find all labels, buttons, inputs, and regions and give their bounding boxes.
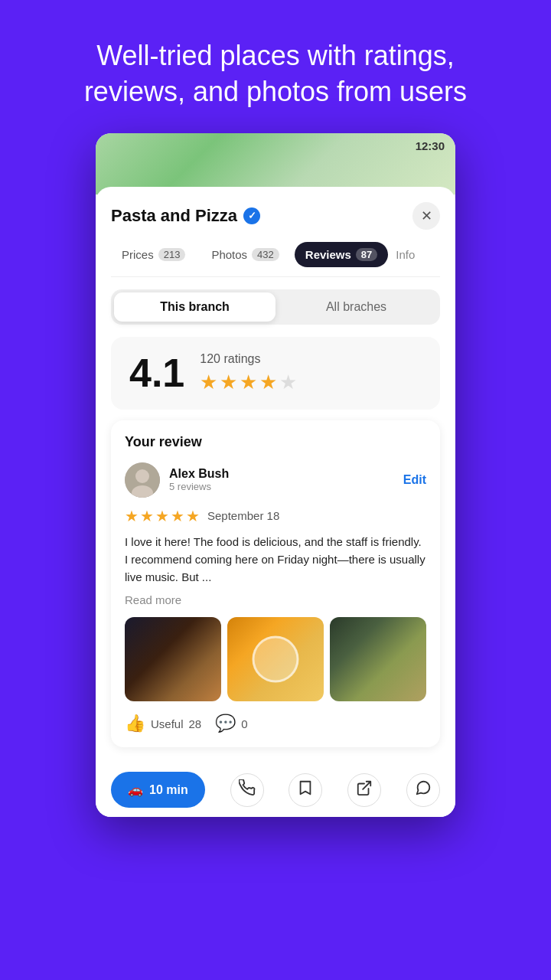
review-photo-1[interactable] (125, 617, 221, 701)
rating-count: 120 ratings (200, 352, 297, 366)
phone-shell: 12:30 Pasta and Pizza ✓ ✕ Prices 213 Pho… (96, 133, 455, 818)
avatar (125, 462, 160, 498)
review-star-5: ★ (186, 507, 200, 525)
verified-badge: ✓ (243, 207, 260, 224)
star-4: ★ (259, 371, 277, 394)
comments-button[interactable]: 💬 0 (215, 714, 247, 733)
review-stars-date: ★ ★ ★ ★ ★ September 18 (125, 507, 426, 525)
phone-icon (239, 779, 256, 800)
read-more-button[interactable]: Read more (125, 593, 426, 606)
star-5: ★ (279, 371, 297, 394)
svg-point-1 (135, 469, 149, 483)
review-photo-2[interactable] (227, 617, 324, 701)
whatsapp-button[interactable] (406, 773, 440, 807)
all-branches-button[interactable]: All braches (276, 292, 437, 322)
bookmark-icon (298, 779, 313, 800)
reviewer-name: Alex Bush (169, 467, 403, 481)
review-stars: ★ ★ ★ ★ ★ (125, 507, 200, 525)
place-name-row: Pasta and Pizza ✓ (111, 206, 260, 226)
review-photos (125, 617, 426, 701)
star-3: ★ (240, 371, 257, 394)
close-button[interactable]: ✕ (412, 202, 440, 230)
your-review-card: Your review Alex Bush 5 reviews Edit (111, 420, 440, 748)
review-star-1: ★ (125, 507, 139, 525)
branch-toggle: This branch All braches (111, 289, 440, 325)
review-star-3: ★ (155, 507, 169, 525)
bookmark-button[interactable] (289, 773, 322, 807)
tab-prices-count: 213 (158, 248, 186, 261)
comment-icon: 💬 (215, 714, 236, 733)
tab-prices-label: Prices (122, 248, 154, 261)
thumbs-up-icon: 👍 (125, 714, 145, 733)
whatsapp-icon (415, 779, 432, 800)
map-area: 12:30 (96, 133, 455, 194)
tab-prices[interactable]: Prices 213 (111, 242, 196, 267)
rating-details: 120 ratings ★ ★ ★ ★ ★ (200, 352, 297, 394)
review-actions: 👍 Useful 28 💬 0 (125, 714, 426, 733)
rating-stars: ★ ★ ★ ★ ★ (200, 371, 297, 394)
status-bar-time: 12:30 (416, 139, 445, 152)
star-1: ★ (200, 371, 217, 394)
useful-button[interactable]: 👍 Useful 28 (125, 714, 201, 733)
tab-reviews-label: Reviews (305, 248, 351, 261)
tab-reviews[interactable]: Reviews 87 (295, 242, 389, 267)
route-button[interactable] (347, 773, 381, 807)
enter-icon (356, 779, 373, 800)
tab-reviews-count: 87 (356, 248, 377, 261)
reviewer-review-count: 5 reviews (169, 481, 403, 492)
review-text: I love it here! The food is delicious, a… (125, 533, 426, 586)
time-label: 10 min (149, 783, 188, 797)
rating-section: 4.1 120 ratings ★ ★ ★ ★ ★ (111, 337, 440, 410)
star-2: ★ (220, 371, 237, 394)
useful-count: 28 (189, 717, 202, 730)
card-header: Pasta and Pizza ✓ ✕ (111, 202, 440, 230)
tab-photos-label: Photos (211, 248, 247, 261)
tab-info[interactable]: Info (393, 242, 418, 267)
comments-count: 0 (241, 717, 247, 730)
place-card: Pasta and Pizza ✓ ✕ Prices 213 Photos 43… (96, 187, 455, 763)
hero-title: Well-tried places with ratings, reviews,… (0, 0, 551, 133)
review-star-2: ★ (140, 507, 154, 525)
navigate-button[interactable]: 🚗 10 min (111, 772, 205, 808)
reviewer-info: Alex Bush 5 reviews (169, 467, 403, 492)
review-date: September 18 (207, 509, 279, 522)
tabs-row: Prices 213 Photos 432 Reviews 87 Info (111, 242, 440, 277)
phone-button[interactable] (230, 773, 264, 807)
review-photo-3[interactable] (330, 617, 426, 701)
useful-label: Useful (151, 717, 184, 730)
bottom-bar: 🚗 10 min (96, 763, 455, 817)
car-icon: 🚗 (128, 782, 143, 797)
edit-review-button[interactable]: Edit (403, 473, 426, 487)
reviewer-row: Alex Bush 5 reviews Edit (125, 462, 426, 498)
tab-photos-count: 432 (252, 248, 279, 261)
place-name-text: Pasta and Pizza (111, 206, 237, 226)
this-branch-button[interactable]: This branch (114, 292, 276, 322)
review-star-4: ★ (171, 507, 184, 525)
rating-score: 4.1 (129, 353, 184, 393)
tab-photos[interactable]: Photos 432 (201, 242, 289, 267)
your-review-label: Your review (125, 434, 426, 450)
